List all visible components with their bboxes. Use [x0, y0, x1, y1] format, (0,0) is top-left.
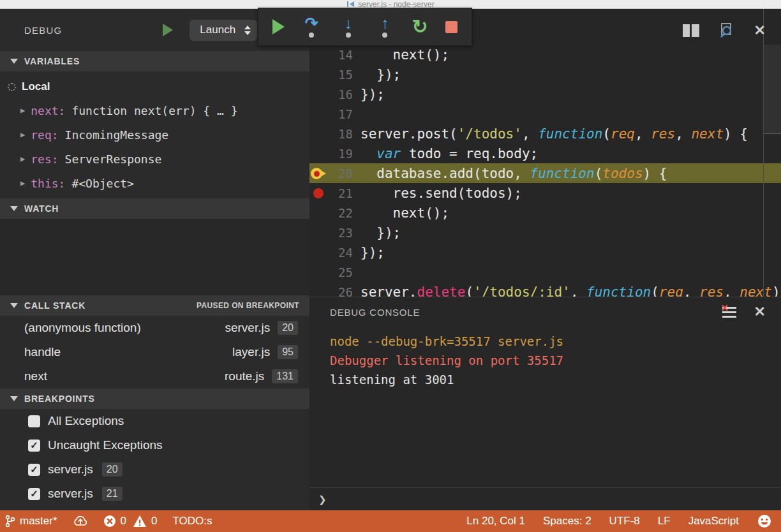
git-branch-item[interactable]: master* — [5, 515, 57, 528]
code-line-19: 19 var todo = req.body; — [309, 144, 781, 163]
variables-body: Local ▶ next: function next(err) { … } ▶… — [0, 71, 309, 198]
code-text: }); — [361, 225, 401, 240]
editor-actions: ✕ — [683, 23, 766, 38]
indentation-item[interactable]: Spaces: 2 — [543, 515, 591, 528]
breakpoint-checkbox[interactable]: ✓ — [28, 415, 40, 427]
watch-body — [0, 219, 309, 295]
code-line-17: 17 — [309, 104, 781, 124]
frame-function: (anonymous function) — [24, 321, 141, 335]
gutter[interactable] — [309, 147, 331, 160]
dot-glyph — [346, 33, 351, 38]
todo-item[interactable]: TODO:s — [173, 515, 212, 528]
code-line-16: 16}); — [309, 84, 781, 104]
language-mode-item[interactable]: JavaScript — [688, 515, 739, 528]
breakpoint-line-badge: 20 — [102, 462, 123, 477]
editor-scrollbar-slider[interactable] — [764, 45, 781, 134]
current-line-breakpoint-icon[interactable] — [309, 167, 331, 180]
scope-row-local[interactable]: Local — [0, 75, 309, 98]
expand-triangle-icon[interactable]: ▶ — [20, 106, 25, 115]
expand-triangle-icon[interactable]: ▶ — [20, 179, 25, 188]
frame-function: handle — [24, 345, 61, 359]
collapse-triangle-icon — [10, 206, 18, 211]
gutter[interactable] — [309, 108, 331, 121]
call-stack-frame[interactable]: next route.js 131 — [0, 364, 309, 388]
todo-label: TODO:s — [173, 515, 212, 528]
variable-row[interactable]: ▶ req: IncomingMessage — [0, 122, 309, 147]
variable-row[interactable]: ▶ res: ServerResponse — [0, 147, 309, 171]
gutter[interactable] — [309, 226, 331, 239]
cloud-upload-icon — [73, 515, 88, 528]
breakpoint-checkbox[interactable]: ✓ — [28, 440, 40, 452]
breakpoint-checkbox[interactable]: ✓ — [28, 464, 40, 476]
breakpoint-row[interactable]: ✓ server.js 21 — [0, 482, 309, 506]
gutter[interactable] — [309, 246, 331, 259]
gutter[interactable] — [309, 68, 331, 81]
code-line-24: 24}); — [309, 242, 781, 262]
collapse-triangle-icon — [10, 396, 18, 401]
close-console-icon[interactable]: ✕ — [754, 306, 766, 318]
breakpoint-row[interactable]: ✓ All Exceptions — [0, 409, 309, 433]
line-number: 16 — [331, 87, 353, 101]
gutter[interactable] — [309, 266, 331, 279]
expand-triangle-icon[interactable]: ▶ — [20, 154, 25, 163]
debug-console-title: DEBUG CONSOLE — [330, 307, 420, 318]
console-line: listening at 3001 — [330, 370, 781, 389]
code-line-21: 21 res.send(todos); — [309, 183, 781, 203]
open-preview-search-icon[interactable] — [718, 23, 735, 38]
code-lines: 14 next();15 });16});1718server.post('/t… — [309, 45, 781, 302]
document-proxy-icon — [346, 1, 355, 8]
frame-line-badge: 131 — [272, 369, 298, 383]
encoding-item[interactable]: UTF-8 — [609, 515, 640, 528]
error-count: 0 — [121, 515, 126, 528]
scope-name: Local — [22, 80, 50, 93]
breakpoint-checkbox[interactable]: ✓ — [28, 488, 40, 500]
line-number: 24 — [331, 246, 353, 260]
call-stack-section-header[interactable]: CALL STACK PAUSED ON BREAKPOINT — [0, 295, 309, 316]
launch-configuration-dropdown[interactable]: Launch — [190, 20, 257, 41]
call-stack-frame[interactable]: (anonymous function) server.js 20 — [0, 316, 309, 340]
step-into-icon[interactable]: ↓ — [339, 16, 358, 38]
breakpoint-icon[interactable] — [309, 187, 331, 200]
step-over-icon[interactable]: ↷ — [302, 16, 321, 38]
sync-item[interactable] — [73, 515, 88, 528]
warning-icon — [133, 515, 147, 528]
gutter[interactable] — [309, 128, 331, 140]
restart-icon[interactable]: ↻ — [412, 17, 428, 36]
close-editor-icon[interactable]: ✕ — [754, 24, 766, 37]
variable-row[interactable]: ▶ this: #<Object> — [0, 171, 309, 195]
gutter[interactable] — [309, 48, 331, 61]
gutter[interactable] — [309, 207, 331, 219]
console-input-row[interactable]: ❯ — [309, 487, 781, 510]
loading-spinner-icon — [8, 83, 16, 91]
code-editor[interactable]: 14 next();15 });16});1718server.post('/t… — [309, 9, 781, 510]
line-number: 18 — [331, 127, 353, 141]
feedback-smiley-icon[interactable] — [757, 514, 772, 529]
step-out-icon[interactable]: ↑ — [375, 16, 394, 38]
variables-section-header[interactable]: VARIABLES — [0, 51, 309, 71]
gutter[interactable] — [309, 88, 331, 101]
watch-section-header[interactable]: WATCH — [0, 198, 309, 219]
start-debug-icon[interactable] — [163, 24, 173, 36]
cursor-position-item[interactable]: Ln 20, Col 1 — [466, 515, 525, 528]
console-line: node --debug-brk=35517 server.js — [330, 332, 781, 351]
frame-file: route.js — [225, 369, 264, 383]
errors-item[interactable]: 0 — [103, 515, 126, 528]
breakpoints-section-header[interactable]: BREAKPOINTS — [0, 388, 309, 409]
dot-glyph — [309, 33, 314, 38]
variable-row[interactable]: ▶ next: function next(err) { … } — [0, 98, 309, 122]
split-editor-icon[interactable] — [683, 24, 699, 37]
clear-console-icon[interactable]: ✕ — [722, 306, 736, 318]
continue-icon[interactable] — [272, 19, 285, 34]
stop-icon[interactable] — [445, 21, 457, 33]
code-line-20: 20 database.add(todo, function(todos) { — [309, 163, 781, 183]
collapse-triangle-icon — [10, 59, 18, 64]
debug-console-panel: DEBUG CONSOLE ✕ ✕ node --debug-brk=35517… — [309, 297, 781, 510]
call-stack-frame[interactable]: handle layer.js 95 — [0, 340, 309, 364]
paused-status-badge: PAUSED ON BREAKPOINT — [197, 301, 299, 310]
workbench: DEBUG Launch ⚙ VARIABLES Local ▶ next: f… — [0, 9, 781, 510]
breakpoint-row[interactable]: ✓ Uncaught Exceptions — [0, 433, 309, 457]
warnings-item[interactable]: 0 — [133, 515, 157, 528]
expand-triangle-icon[interactable]: ▶ — [20, 130, 25, 139]
breakpoint-row[interactable]: ✓ server.js 20 — [0, 457, 309, 482]
eol-item[interactable]: LF — [658, 515, 671, 528]
